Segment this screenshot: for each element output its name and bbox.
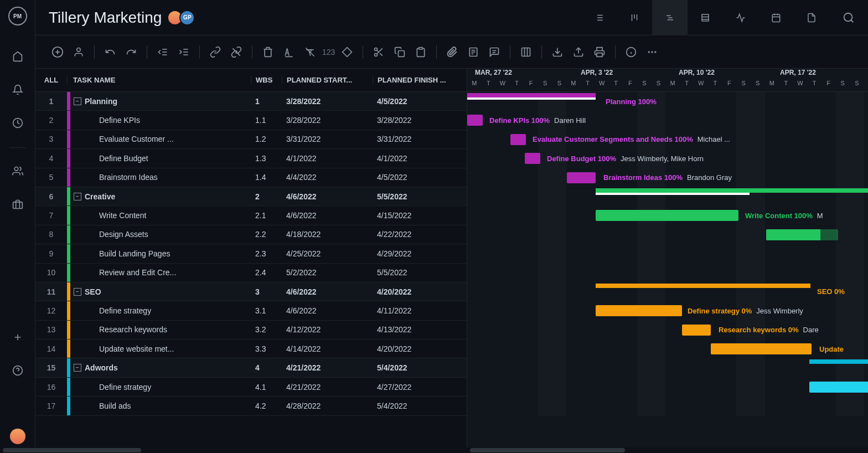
wbs-cell[interactable]: 4: [251, 363, 282, 372]
task-name-cell[interactable]: Evaluate Customer ...: [70, 135, 251, 143]
notifications-icon[interactable]: [7, 79, 29, 101]
task-name-cell[interactable]: Research keywords: [70, 325, 251, 334]
finish-cell[interactable]: 4/22/2022: [373, 230, 467, 239]
undo-button[interactable]: [101, 43, 119, 61]
task-bar[interactable]: [567, 172, 596, 183]
start-cell[interactable]: 4/6/2022: [282, 306, 373, 315]
start-cell[interactable]: 5/2/2022: [282, 268, 373, 277]
horizontal-scrollbar[interactable]: [35, 447, 467, 453]
finish-cell[interactable]: 4/29/2022: [373, 249, 467, 258]
gantt-row[interactable]: [467, 244, 868, 263]
task-row[interactable]: 12 Define strategy 3.1 4/6/2022 4/11/202…: [35, 301, 467, 320]
start-cell[interactable]: 4/12/2022: [282, 325, 373, 334]
finish-cell[interactable]: 3/28/2022: [373, 116, 467, 125]
gantt-row[interactable]: Define KPIs 100%Daren Hill: [467, 111, 868, 130]
summary-bar[interactable]: [809, 359, 868, 364]
info-button[interactable]: [622, 43, 640, 61]
task-row[interactable]: 5 Brainstorm Ideas 1.4 4/4/2022 4/5/2022: [35, 168, 467, 187]
finish-cell[interactable]: 5/5/2022: [373, 268, 467, 277]
wbs-cell[interactable]: 1.1: [251, 116, 282, 125]
start-cell[interactable]: 3/31/2022: [282, 135, 373, 143]
column-all[interactable]: ALL: [35, 76, 67, 84]
gantt-row[interactable]: Write Content 100%M: [467, 206, 868, 225]
wbs-cell[interactable]: 1: [251, 97, 282, 106]
task-row[interactable]: 16 Define strategy 4.1 4/21/2022 4/27/20…: [35, 378, 467, 397]
start-cell[interactable]: 4/6/2022: [282, 211, 373, 220]
task-name-cell[interactable]: Brainstorm Ideas: [70, 173, 251, 182]
finish-cell[interactable]: 5/4/2022: [373, 401, 467, 410]
wbs-cell[interactable]: 1.4: [251, 173, 282, 182]
comment-button[interactable]: [485, 43, 503, 61]
export-button[interactable]: [570, 43, 587, 61]
number-format-button[interactable]: 123: [322, 48, 335, 56]
task-name-cell[interactable]: Build ads: [70, 401, 251, 410]
horizontal-scrollbar[interactable]: [467, 447, 868, 453]
project-members[interactable]: GP: [170, 10, 195, 25]
summary-bar[interactable]: [467, 93, 596, 97]
task-name-cell[interactable]: − Adwords: [70, 363, 251, 372]
start-cell[interactable]: 4/1/2022: [282, 154, 373, 163]
wbs-cell[interactable]: 3.3: [251, 344, 282, 353]
collapse-icon[interactable]: −: [74, 364, 81, 372]
assign-button[interactable]: [70, 43, 87, 61]
print-button[interactable]: [591, 43, 608, 61]
task-bar[interactable]: [510, 134, 526, 145]
summary-bar[interactable]: [596, 188, 868, 193]
start-cell[interactable]: 4/21/2022: [282, 383, 373, 392]
task-row[interactable]: 8 Design Assets 2.2 4/18/2022 4/22/2022: [35, 225, 467, 244]
file-view-tab[interactable]: [794, 0, 829, 35]
paste-button[interactable]: [412, 43, 430, 61]
indent-button[interactable]: [175, 43, 193, 61]
wbs-cell[interactable]: 1.2: [251, 135, 282, 143]
wbs-cell[interactable]: 4.2: [251, 401, 282, 410]
add-icon[interactable]: [7, 326, 29, 348]
more-button[interactable]: [643, 43, 661, 61]
briefcase-icon[interactable]: [7, 193, 29, 215]
start-cell[interactable]: 3/28/2022: [282, 116, 373, 125]
help-icon[interactable]: [7, 359, 29, 382]
wbs-cell[interactable]: 2.1: [251, 211, 282, 220]
wbs-cell[interactable]: 2: [251, 192, 282, 201]
task-bar[interactable]: [467, 115, 483, 126]
board-view-tab[interactable]: [617, 0, 652, 35]
finish-cell[interactable]: 4/5/2022: [373, 97, 467, 106]
task-bar[interactable]: [766, 229, 838, 240]
start-cell[interactable]: 4/14/2022: [282, 344, 373, 353]
gantt-row[interactable]: [467, 397, 868, 415]
start-cell[interactable]: 4/6/2022: [282, 192, 373, 201]
unlink-button[interactable]: [228, 43, 245, 61]
task-name-cell[interactable]: Write Content: [70, 211, 251, 220]
task-row[interactable]: 13 Research keywords 3.2 4/12/2022 4/13/…: [35, 321, 467, 339]
link-button[interactable]: [206, 43, 224, 61]
activity-view-tab[interactable]: [723, 0, 758, 35]
task-name-cell[interactable]: − SEO: [70, 287, 251, 296]
wbs-cell[interactable]: 3: [251, 287, 282, 296]
start-cell[interactable]: 4/4/2022: [282, 173, 373, 182]
gantt-row[interactable]: [467, 187, 868, 206]
wbs-cell[interactable]: 2.2: [251, 230, 282, 239]
task-row[interactable]: 4 Define Budget 1.3 4/1/2022 4/1/2022: [35, 149, 467, 168]
finish-cell[interactable]: 4/15/2022: [373, 211, 467, 220]
gantt-row[interactable]: [467, 264, 868, 282]
summary-bar[interactable]: [596, 284, 810, 288]
column-start[interactable]: PLANNED START...: [282, 76, 373, 84]
start-cell[interactable]: 4/25/2022: [282, 249, 373, 258]
wbs-cell[interactable]: 3.2: [251, 325, 282, 334]
finish-cell[interactable]: 4/1/2022: [373, 154, 467, 163]
task-name-cell[interactable]: Design Assets: [70, 230, 251, 239]
gantt-view-tab[interactable]: [652, 0, 688, 35]
start-cell[interactable]: 4/18/2022: [282, 230, 373, 239]
finish-cell[interactable]: 4/27/2022: [373, 383, 467, 392]
redo-button[interactable]: [122, 43, 140, 61]
milestone-button[interactable]: [338, 43, 356, 61]
avatar[interactable]: GP: [179, 10, 195, 25]
task-row[interactable]: 3 Evaluate Customer ... 1.2 3/31/2022 3/…: [35, 130, 467, 149]
start-cell[interactable]: 4/6/2022: [282, 287, 373, 296]
task-row[interactable]: 10 Review and Edit Cre... 2.4 5/2/2022 5…: [35, 264, 467, 282]
column-finish[interactable]: PLANNED FINISH ...: [373, 76, 467, 84]
start-cell[interactable]: 4/21/2022: [282, 363, 373, 372]
task-row[interactable]: 6 − Creative 2 4/6/2022 5/5/2022: [35, 187, 467, 206]
gantt-row[interactable]: [467, 225, 868, 244]
gantt-row[interactable]: Define strategy 0%Jess Wimberly: [467, 301, 868, 320]
notes-button[interactable]: [464, 43, 482, 61]
